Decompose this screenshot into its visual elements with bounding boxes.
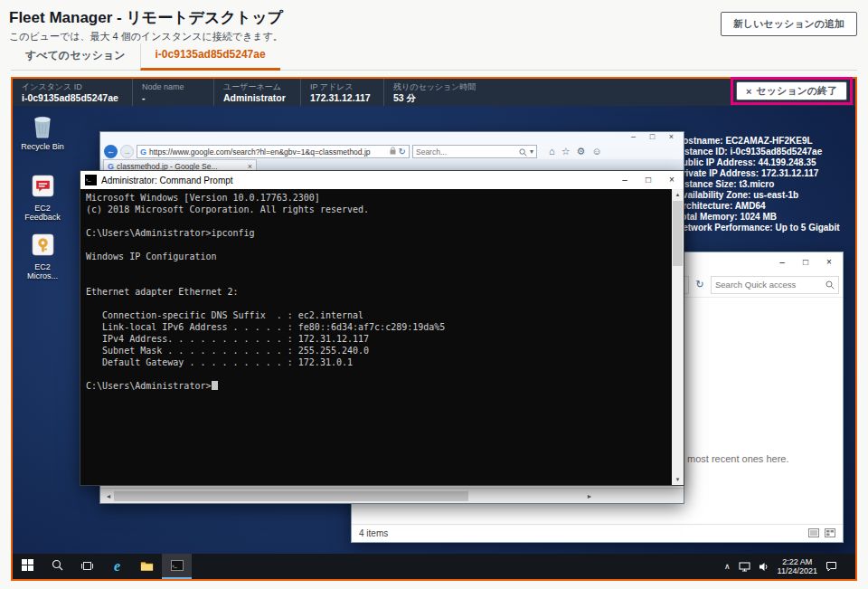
scroll-up-icon[interactable]: ▲ bbox=[672, 189, 684, 200]
bginfo-line: Instance ID: i-0c9135ad85d5247ae bbox=[676, 147, 840, 157]
back-button[interactable]: ← bbox=[104, 145, 118, 158]
tab-all-sessions[interactable]: すべてのセッション bbox=[11, 43, 140, 70]
search-dropdown-icon[interactable]: ▾ bbox=[530, 147, 533, 156]
ie-navigation-bar: ← → G https://www.google.com/search?hl=e… bbox=[100, 144, 684, 159]
feedback-smiley-icon[interactable]: ☺ bbox=[591, 147, 601, 157]
ie-search-input[interactable] bbox=[416, 147, 516, 157]
volume-icon[interactable] bbox=[759, 562, 769, 572]
folder-icon bbox=[140, 558, 154, 575]
console-line: Windows IP Configuration bbox=[86, 251, 667, 262]
explorer-search-box[interactable] bbox=[711, 276, 839, 294]
google-favicon: G bbox=[140, 147, 146, 157]
scroll-thumb[interactable] bbox=[673, 201, 683, 266]
tools-gear-icon[interactable]: ⚙ bbox=[577, 147, 586, 157]
bginfo-line: Hostname: EC2AMAZ-HF2KE9L bbox=[676, 136, 840, 147]
show-hidden-icons-chevron[interactable]: ∧ bbox=[724, 562, 731, 571]
close-icon[interactable]: × bbox=[662, 133, 681, 141]
field-value: - bbox=[142, 92, 204, 103]
add-session-button[interactable]: 新しいセッションの追加 bbox=[721, 12, 857, 36]
cmd-vertical-scrollbar[interactable]: ▲ ▼ bbox=[672, 189, 684, 485]
favorites-icon[interactable]: ☆ bbox=[561, 147, 571, 157]
refresh-icon[interactable]: ↻ bbox=[399, 147, 406, 157]
field-instance-id: インスタンス ID i-0c9135ad85d5247ae bbox=[13, 79, 132, 106]
desktop-icon-label: Recycle Bin bbox=[21, 142, 64, 151]
ie-titlebar[interactable]: – □ × bbox=[100, 132, 684, 144]
ec2-feedback-icon bbox=[20, 175, 65, 202]
console-line: IPv4 Address. . . . . . . . . . . : 172.… bbox=[86, 333, 667, 345]
maximize-icon[interactable]: □ bbox=[794, 258, 817, 267]
start-button[interactable] bbox=[13, 554, 42, 579]
page-title: Fleet Manager - リモートデスクトップ bbox=[9, 7, 283, 28]
taskbar-command-prompt[interactable]: ›_ bbox=[162, 554, 192, 579]
command-prompt-window: ›_ Administrator: Command Prompt – □ × M… bbox=[80, 170, 684, 486]
fleet-manager-page: Fleet Manager - リモートデスクトップ このビューでは、最大 4 … bbox=[0, 0, 868, 589]
console-line: (c) 2018 Microsoft Corporation. All righ… bbox=[86, 204, 667, 215]
desktop-icon-label: EC2 Feedback bbox=[24, 204, 61, 222]
recycle-bin-icon bbox=[20, 113, 65, 140]
tab-instance[interactable]: i-0c9135ad85d5247ae bbox=[140, 43, 280, 71]
console-line: Ethernet adapter Ethernet 2: bbox=[86, 286, 667, 298]
desktop-icon-recycle-bin[interactable]: Recycle Bin bbox=[20, 113, 65, 151]
action-center-icon[interactable] bbox=[826, 561, 837, 572]
scroll-track[interactable] bbox=[114, 491, 584, 501]
explorer-status-bar: 4 items bbox=[352, 524, 843, 542]
command-prompt-icon: ›_ bbox=[171, 560, 184, 571]
minimize-icon[interactable]: – bbox=[770, 258, 794, 267]
system-tray: ∧ 2:22 AM 11/24/2021 bbox=[724, 554, 855, 579]
scroll-thumb[interactable] bbox=[114, 491, 468, 501]
windows-taskbar: e ›_ ∧ bbox=[13, 554, 855, 579]
desktop-icon-ec2-feedback[interactable]: EC2 Feedback bbox=[20, 175, 65, 222]
maximize-icon[interactable]: □ bbox=[637, 176, 660, 185]
field-value: Administrator bbox=[223, 92, 291, 103]
bginfo-line: Architecture: AMD64 bbox=[676, 201, 840, 212]
maximize-icon[interactable]: □ bbox=[643, 133, 662, 141]
ie-address-bar[interactable]: G https://www.google.com/search?hl=en&gb… bbox=[137, 145, 410, 158]
taskbar-search-button[interactable] bbox=[42, 554, 72, 579]
field-value: 53 分 bbox=[393, 92, 481, 103]
task-view-button[interactable] bbox=[72, 554, 102, 579]
ie-search-box[interactable]: ▾ bbox=[412, 145, 537, 158]
cmd-titlebar[interactable]: ›_ Administrator: Command Prompt – □ × bbox=[80, 171, 684, 189]
explorer-search-input[interactable] bbox=[715, 280, 826, 290]
thumbnail-view-icon[interactable] bbox=[825, 528, 835, 539]
console-prompt-line: C:\Users\Administrator> bbox=[86, 380, 667, 392]
bginfo-line: Private IP Address: 172.31.12.117 bbox=[676, 168, 840, 179]
scroll-down-icon[interactable]: ▼ bbox=[672, 474, 684, 485]
field-value: i-0c9135ad85d5247ae bbox=[22, 92, 123, 103]
home-icon[interactable]: ⌂ bbox=[549, 147, 555, 157]
list-view-icon[interactable] bbox=[808, 528, 819, 539]
close-icon[interactable]: × bbox=[817, 258, 841, 267]
ie-command-icons: ⌂ ☆ ⚙ ☺ bbox=[549, 147, 602, 157]
refresh-icon[interactable]: ↻ bbox=[693, 279, 707, 290]
session-info-bar: インスタンス ID i-0c9135ad85d5247ae Node name … bbox=[13, 79, 855, 106]
minimize-icon[interactable]: – bbox=[613, 176, 637, 185]
cmd-window-buttons: – □ × bbox=[613, 176, 684, 185]
end-session-button[interactable]: × セッションの終了 bbox=[736, 81, 847, 100]
taskbar-clock[interactable]: 2:22 AM 11/24/2021 bbox=[778, 557, 817, 575]
desktop-icon-ec2-microsoft[interactable]: EC2 Micros... bbox=[20, 233, 65, 280]
minimize-icon[interactable]: – bbox=[624, 133, 643, 141]
clock-date: 11/24/2021 bbox=[778, 566, 817, 575]
taskbar-internet-explorer[interactable]: e bbox=[102, 554, 132, 579]
search-icon bbox=[519, 144, 527, 160]
close-icon[interactable]: × bbox=[660, 176, 684, 185]
console-line bbox=[86, 274, 667, 286]
field-label: IP アドレス bbox=[310, 82, 374, 92]
cmd-console-output: Microsoft Windows [Version 10.0.17763.23… bbox=[80, 189, 684, 485]
console-line bbox=[86, 262, 667, 274]
explorer-view-toggles bbox=[808, 528, 835, 539]
scroll-left-icon[interactable]: ◄ bbox=[103, 493, 114, 499]
explorer-empty-message: most recent ones here. bbox=[687, 453, 789, 464]
windows-logo-icon bbox=[22, 558, 33, 575]
forward-button[interactable]: → bbox=[120, 145, 134, 158]
scroll-right-icon[interactable]: ► bbox=[584, 493, 595, 499]
display-icon[interactable] bbox=[739, 562, 750, 572]
taskbar-file-explorer[interactable] bbox=[132, 554, 162, 579]
ie-window-buttons: – □ × bbox=[624, 133, 681, 141]
bginfo-overlay: Hostname: EC2AMAZ-HF2KE9L Instance ID: i… bbox=[676, 136, 840, 233]
ie-horizontal-scrollbar[interactable]: ◄ ► bbox=[103, 490, 595, 502]
field-label: Node name bbox=[142, 82, 204, 92]
bginfo-line: Instance Size: t3.micro bbox=[676, 179, 840, 190]
bginfo-line: Network Performance: Up to 5 Gigabit bbox=[676, 223, 840, 233]
cmd-window-title: Administrator: Command Prompt bbox=[101, 176, 233, 185]
